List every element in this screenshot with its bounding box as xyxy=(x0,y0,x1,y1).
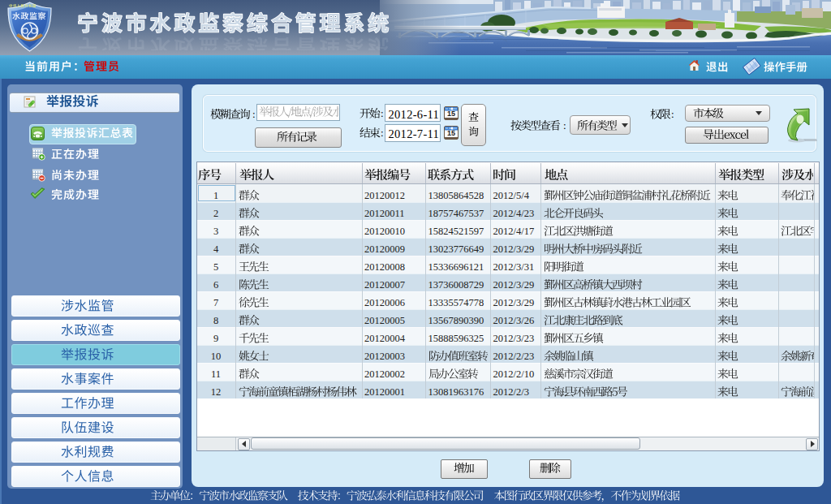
svg-text:15: 15 xyxy=(447,110,455,118)
svg-text:15: 15 xyxy=(447,129,455,137)
